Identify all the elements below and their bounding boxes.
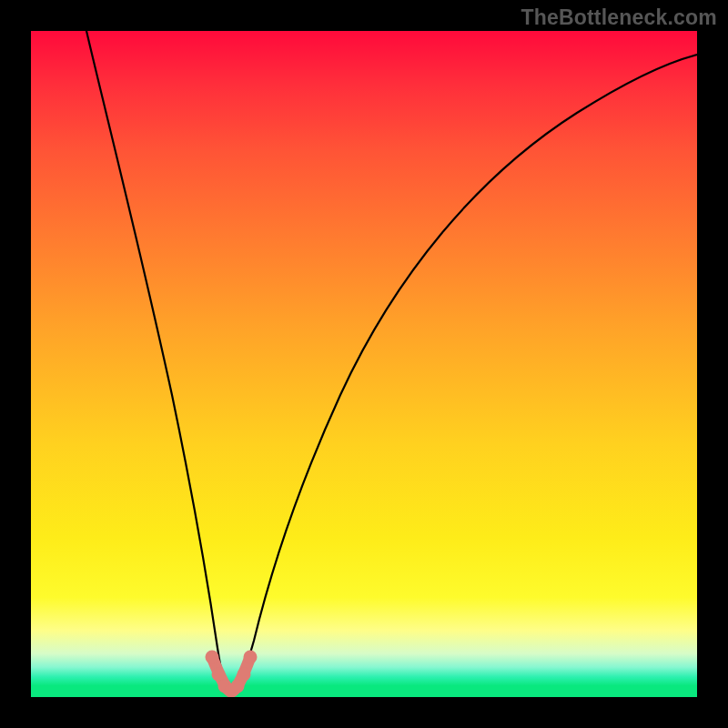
curve-svg <box>31 31 697 697</box>
highlight-dot <box>231 680 245 693</box>
plot-area <box>31 31 697 697</box>
highlight-dot <box>212 668 226 682</box>
highlight-dot <box>244 651 258 664</box>
highlight-dot <box>206 651 219 664</box>
highlight-dot <box>238 668 251 682</box>
watermark-text: TheBottleneck.com <box>521 5 717 30</box>
bottleneck-curve <box>86 31 697 693</box>
